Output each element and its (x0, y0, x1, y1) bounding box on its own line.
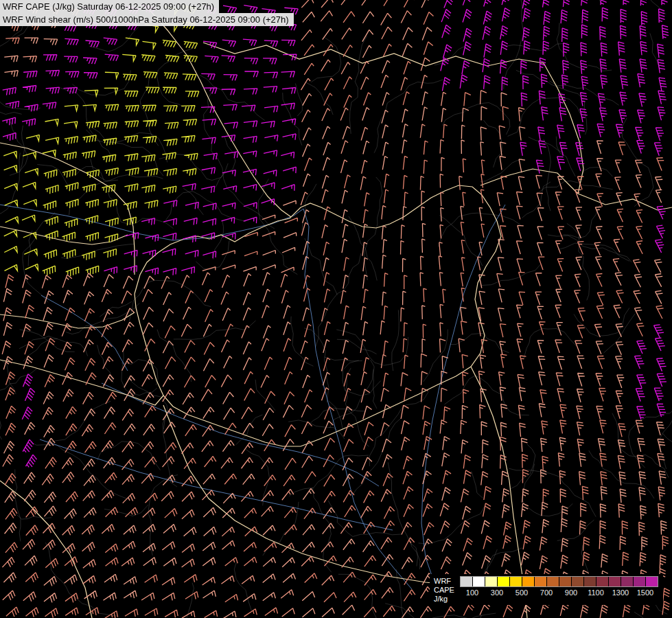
cape-scale-swatch (485, 577, 497, 586)
cape-scale-label: 100 (466, 588, 478, 597)
cape-scale-swatch (522, 577, 534, 586)
cape-legend-title-line: J/kg (434, 595, 454, 604)
cape-scale-swatch (621, 577, 633, 586)
cape-scale-swatch (461, 577, 472, 586)
cape-scale-swatch (584, 577, 596, 586)
cape-scale-label: 300 (491, 588, 503, 597)
cape-scale-label: 1300 (612, 588, 629, 597)
cape-scale-swatch (559, 577, 571, 586)
shear-title-bar: WRF Wind shear (m/s) 500/1000hPa Saturda… (0, 13, 294, 26)
cape-legend-title-line: CAPE (434, 586, 454, 595)
cape-scale-swatch (535, 577, 546, 586)
cape-title-text: WRF CAPE (J/kg) Saturday 06-12-2025 09:0… (3, 1, 214, 12)
weather-map-stage: WRF CAPE (J/kg) Saturday 06-12-2025 09:0… (0, 0, 672, 618)
cape-scale-swatch (634, 577, 645, 586)
cape-scale-label: 900 (565, 588, 577, 597)
cape-legend: WRF CAPE J/kg 10030050070090011001300150… (430, 574, 663, 605)
cape-scale-swatch (646, 577, 658, 586)
cape-scale-swatch (596, 577, 608, 586)
cape-legend-title: WRF CAPE J/kg (434, 577, 454, 604)
cape-scale-swatch (572, 577, 583, 586)
cape-scale-label: 500 (515, 588, 528, 597)
cape-scale-wrap: 100300500700900110013001500 (460, 576, 659, 599)
cape-scale-label: 700 (540, 588, 553, 597)
cape-scale-swatch (473, 577, 485, 586)
cape-scale-swatch (510, 577, 522, 586)
shear-title-text: WRF Wind shear (m/s) 500/1000hPa Saturda… (3, 14, 289, 25)
cape-scale-swatch (609, 577, 621, 586)
cape-legend-title-line: WRF (434, 577, 454, 586)
cape-scale-swatch (498, 577, 509, 586)
cape-scale-label: 1500 (637, 588, 653, 597)
cape-scale-label: 1100 (588, 588, 604, 597)
cape-title-bar: WRF CAPE (J/kg) Saturday 06-12-2025 09:0… (0, 0, 219, 13)
cape-scale-labels: 100300500700900110013001500 (460, 588, 659, 599)
cape-scale-swatch (547, 577, 559, 586)
cape-color-scale (460, 576, 658, 587)
weather-map-canvas (0, 0, 672, 618)
